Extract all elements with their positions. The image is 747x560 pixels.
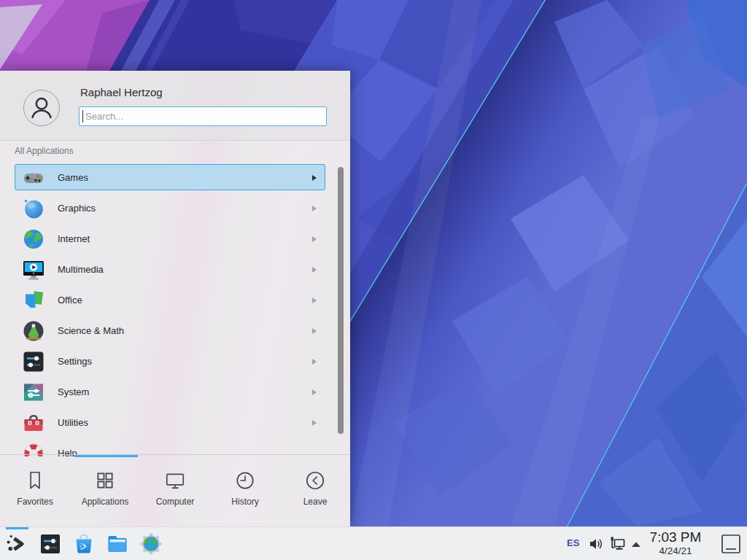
submenu-arrow-icon (312, 267, 317, 273)
internet-icon (22, 228, 45, 251)
section-label: All Applications (15, 146, 74, 156)
keyboard-layout-indicator[interactable]: ES (567, 537, 579, 548)
tab-label: Leave (303, 497, 328, 507)
search-input[interactable] (79, 106, 327, 126)
category-row-utilities[interactable]: Utilities (15, 409, 325, 435)
tab-label: Favorites (17, 497, 53, 507)
launcher-active-indicator (6, 527, 28, 529)
settings-icon (22, 350, 45, 373)
graphics-icon (22, 197, 45, 220)
web-browser-icon[interactable] (139, 532, 163, 556)
application-launcher-button[interactable] (5, 532, 28, 556)
category-label: Settings (58, 349, 92, 374)
category-label: Internet (58, 226, 90, 252)
submenu-arrow-icon (312, 206, 317, 211)
bookmark-icon (24, 470, 46, 491)
submenu-arrow-icon (312, 236, 317, 242)
category-label: Science & Math (58, 318, 124, 343)
leave-icon (304, 470, 326, 491)
category-label: Utilities (58, 410, 88, 435)
tab-history[interactable]: History (210, 457, 280, 526)
category-row-settings[interactable]: Settings (15, 348, 325, 374)
multimedia-icon (22, 258, 45, 281)
submenu-arrow-icon (312, 420, 317, 426)
category-row-office[interactable]: Office (15, 287, 325, 313)
desktop: Raphael Hertzog All Applications Games (0, 0, 747, 560)
category-label: Games (58, 165, 88, 190)
submenu-arrow-icon (312, 328, 317, 334)
tab-leave[interactable]: Leave (280, 457, 350, 526)
category-row-graphics[interactable]: Graphics (15, 195, 325, 221)
tab-label: Computer (156, 497, 195, 507)
monitor-icon (164, 470, 186, 491)
tab-favorites[interactable]: Favorites (0, 457, 70, 526)
category-row-internet[interactable]: Internet (15, 225, 325, 252)
grid-icon (94, 470, 116, 491)
category-row-science-math[interactable]: Science & Math (15, 317, 325, 343)
launcher-header: Raphael Hertzog (0, 71, 350, 141)
submenu-arrow-icon (312, 298, 317, 303)
volume-icon[interactable] (588, 535, 605, 553)
submenu-arrow-icon (312, 389, 317, 395)
tab-label: History (231, 497, 258, 507)
category-row-multimedia[interactable]: Multimedia (15, 256, 325, 282)
system-icon (22, 381, 45, 404)
user-name: Raphael Hertzog (80, 86, 163, 98)
user-icon (24, 90, 59, 125)
application-launcher: Raphael Hertzog All Applications Games (0, 71, 350, 526)
clock[interactable]: 7:03 PM 4/24/21 (635, 529, 716, 557)
utilities-icon (22, 411, 45, 435)
category-label: System (58, 379, 89, 405)
clock-icon (234, 470, 256, 491)
show-desktop-button[interactable] (721, 534, 741, 554)
application-category-list: Games Graphics (0, 163, 350, 456)
science-icon (22, 319, 45, 343)
tab-computer[interactable]: Computer (140, 457, 210, 526)
launcher-tabbar: Favorites Applications Computer (0, 457, 350, 526)
category-label: Graphics (58, 195, 96, 221)
file-manager-icon[interactable] (106, 532, 129, 556)
category-label: Office (58, 287, 82, 313)
tab-label: Applications (82, 497, 129, 507)
list-scrollbar[interactable] (338, 167, 344, 434)
tabbar-separator (0, 454, 350, 455)
submenu-arrow-icon (312, 175, 317, 181)
office-icon (22, 289, 45, 312)
category-row-system[interactable]: System (15, 378, 325, 405)
clock-date: 4/24/21 (635, 545, 716, 557)
system-settings-icon[interactable] (39, 532, 62, 556)
text-caret (82, 110, 83, 122)
category-row-games[interactable]: Games (15, 164, 325, 190)
discover-icon[interactable] (72, 532, 96, 556)
games-icon (22, 166, 45, 190)
clock-time: 7:03 PM (635, 529, 716, 545)
tab-applications[interactable]: Applications (70, 457, 140, 526)
category-label: Multimedia (58, 257, 104, 282)
user-avatar[interactable] (23, 90, 60, 126)
submenu-arrow-icon (312, 359, 317, 365)
network-icon[interactable] (608, 534, 627, 553)
taskbar: ES 7:03 PM 4/24/21 (0, 526, 747, 560)
